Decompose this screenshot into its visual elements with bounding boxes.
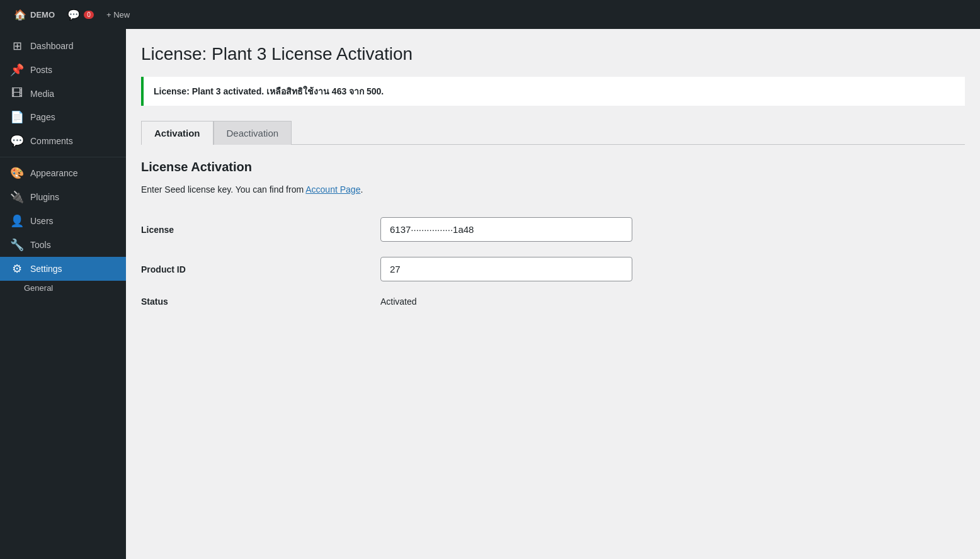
table-row-status: Status Activated: [141, 289, 965, 314]
users-icon: 👤: [10, 214, 24, 228]
status-value: Activated: [380, 289, 965, 314]
sidebar-item-comments[interactable]: 💬 Comments: [0, 129, 126, 153]
sidebar-item-appearance[interactable]: 🎨 Appearance: [0, 161, 126, 185]
product-id-field-cell: [380, 249, 965, 289]
sidebar-label-dashboard: Dashboard: [30, 41, 74, 51]
page-title: License: Plant 3 License Activation: [141, 44, 965, 64]
site-name: DEMO: [30, 10, 55, 20]
product-id-input[interactable]: [380, 257, 632, 281]
admin-bar: 🏠 DEMO 💬 0 + New: [0, 0, 980, 29]
tab-activation-label: Activation: [154, 128, 200, 138]
adminbar-comments[interactable]: 💬 0: [61, 0, 100, 29]
product-id-label: Product ID: [141, 249, 380, 289]
sidebar-item-users[interactable]: 👤 Users: [0, 209, 126, 233]
tab-deactivation-label: Deactivation: [227, 128, 279, 138]
posts-icon: 📌: [10, 63, 24, 77]
sidebar-item-dashboard[interactable]: ⊞ Dashboard: [0, 34, 126, 58]
layout: ⊞ Dashboard 📌 Posts 🎞 Media 📄 Pages 💬 Co…: [0, 29, 980, 559]
home-icon: 🏠: [14, 9, 26, 21]
notice-text: License: Plant 3 activated. เหลือสิทธิใช…: [154, 86, 384, 96]
media-icon: 🎞: [10, 87, 24, 100]
sidebar: ⊞ Dashboard 📌 Posts 🎞 Media 📄 Pages 💬 Co…: [0, 29, 126, 559]
tab-deactivation[interactable]: Deactivation: [214, 121, 292, 145]
tabs-container: Activation Deactivation: [141, 121, 965, 145]
settings-icon: ⚙: [10, 262, 24, 276]
sidebar-label-comments: Comments: [30, 136, 73, 146]
sidebar-label-posts: Posts: [30, 65, 52, 75]
table-row-license: License: [141, 210, 965, 249]
sidebar-divider-1: [0, 157, 126, 157]
table-row-product-id: Product ID: [141, 249, 965, 289]
sidebar-item-tools[interactable]: 🔧 Tools: [0, 233, 126, 257]
sidebar-item-posts[interactable]: 📌 Posts: [0, 58, 126, 82]
sidebar-item-plugins[interactable]: 🔌 Plugins: [0, 185, 126, 209]
comments-count-badge: 0: [84, 11, 94, 19]
sidebar-item-settings[interactable]: ⚙ Settings: [0, 257, 126, 281]
section-title: License Activation: [141, 160, 965, 174]
tools-icon: 🔧: [10, 238, 24, 252]
appearance-icon: 🎨: [10, 166, 24, 180]
comments-sidebar-icon: 💬: [10, 134, 24, 148]
sidebar-label-pages: Pages: [30, 112, 55, 122]
license-field-cell: [380, 210, 965, 249]
plugins-icon: 🔌: [10, 190, 24, 204]
dashboard-icon: ⊞: [10, 39, 24, 53]
section-desc-suffix: .: [360, 184, 363, 195]
section-desc-prefix: Enter Seed license key. You can find fro…: [141, 184, 305, 195]
adminbar-home[interactable]: 🏠 DEMO: [8, 0, 61, 29]
sidebar-item-pages[interactable]: 📄 Pages: [0, 105, 126, 129]
notice-success: License: Plant 3 activated. เหลือสิทธิใช…: [141, 77, 965, 106]
sidebar-label-appearance: Appearance: [30, 168, 78, 178]
account-page-link[interactable]: Account Page: [305, 184, 360, 195]
pages-icon: 📄: [10, 110, 24, 124]
tab-activation[interactable]: Activation: [141, 121, 214, 145]
sidebar-sublabel-general: General: [24, 283, 53, 293]
adminbar-new[interactable]: + New: [100, 0, 136, 29]
section-description: Enter Seed license key. You can find fro…: [141, 184, 965, 195]
sidebar-subitem-general[interactable]: General: [0, 281, 126, 295]
license-input[interactable]: [380, 217, 632, 242]
license-label: License: [141, 210, 380, 249]
sidebar-label-tools: Tools: [30, 240, 51, 250]
sidebar-label-settings: Settings: [30, 264, 62, 274]
comments-icon: 💬: [67, 9, 80, 21]
sidebar-label-plugins: Plugins: [30, 192, 59, 202]
sidebar-label-media: Media: [30, 89, 54, 99]
sidebar-label-users: Users: [30, 216, 54, 226]
form-table: License Product ID Status Activated: [141, 210, 965, 314]
status-label: Status: [141, 289, 380, 314]
main-content: License: Plant 3 License Activation Lice…: [126, 29, 980, 559]
sidebar-item-media[interactable]: 🎞 Media: [0, 82, 126, 105]
new-label: + New: [106, 10, 130, 20]
